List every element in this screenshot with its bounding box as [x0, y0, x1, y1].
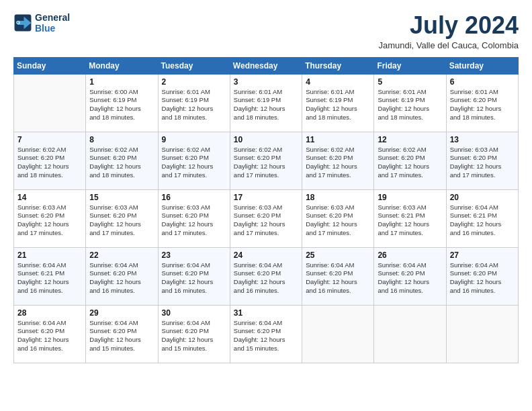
calendar-cell: [374, 305, 446, 363]
day-number: 31: [234, 308, 298, 318]
day-number: 25: [306, 250, 370, 260]
calendar-cell: 24Sunrise: 6:04 AM Sunset: 6:20 PM Dayli…: [230, 247, 302, 305]
calendar-cell: 22Sunrise: 6:04 AM Sunset: 6:20 PM Dayli…: [86, 247, 158, 305]
title-block: July 2024 Jamundi, Valle del Cauca, Colo…: [378, 12, 519, 50]
day-number: 23: [162, 250, 226, 260]
day-number: 3: [234, 77, 298, 87]
day-info: Sunrise: 6:04 AM Sunset: 6:20 PM Dayligh…: [450, 261, 515, 295]
day-number: 26: [378, 250, 442, 260]
day-info: Sunrise: 6:01 AM Sunset: 6:19 PM Dayligh…: [378, 88, 442, 122]
calendar-cell: 1Sunrise: 6:00 AM Sunset: 6:19 PM Daylig…: [86, 74, 158, 132]
calendar-cell: 28Sunrise: 6:04 AM Sunset: 6:20 PM Dayli…: [14, 305, 86, 363]
day-info: Sunrise: 6:04 AM Sunset: 6:21 PM Dayligh…: [17, 261, 82, 295]
calendar-cell: 4Sunrise: 6:01 AM Sunset: 6:19 PM Daylig…: [302, 74, 374, 132]
calendar-cell: 6Sunrise: 6:01 AM Sunset: 6:20 PM Daylig…: [446, 74, 518, 132]
day-info: Sunrise: 6:00 AM Sunset: 6:19 PM Dayligh…: [89, 88, 154, 122]
day-info: Sunrise: 6:04 AM Sunset: 6:20 PM Dayligh…: [378, 261, 442, 295]
day-info: Sunrise: 6:02 AM Sunset: 6:20 PM Dayligh…: [378, 146, 442, 180]
day-number: 19: [378, 193, 442, 202]
calendar-cell: 7Sunrise: 6:02 AM Sunset: 6:20 PM Daylig…: [14, 132, 86, 189]
calendar-day-header: Tuesday: [158, 57, 230, 74]
day-info: Sunrise: 6:02 AM Sunset: 6:20 PM Dayligh…: [89, 146, 154, 180]
day-number: 16: [162, 193, 226, 202]
day-number: 14: [17, 193, 82, 202]
day-number: 30: [162, 308, 226, 318]
day-info: Sunrise: 6:03 AM Sunset: 6:20 PM Dayligh…: [234, 203, 298, 238]
day-info: Sunrise: 6:03 AM Sunset: 6:21 PM Dayligh…: [378, 203, 442, 238]
calendar-day-header: Sunday: [14, 57, 86, 74]
calendar-cell: 16Sunrise: 6:03 AM Sunset: 6:20 PM Dayli…: [158, 189, 230, 247]
calendar-cell: [302, 305, 374, 363]
calendar-week-row: 7Sunrise: 6:02 AM Sunset: 6:20 PM Daylig…: [14, 132, 519, 189]
day-number: 12: [378, 135, 442, 144]
day-number: 15: [89, 193, 154, 202]
day-info: Sunrise: 6:04 AM Sunset: 6:20 PM Dayligh…: [234, 319, 298, 353]
day-number: 13: [450, 135, 515, 144]
calendar-week-row: 28Sunrise: 6:04 AM Sunset: 6:20 PM Dayli…: [14, 305, 519, 363]
day-number: 17: [234, 193, 298, 202]
calendar-cell: 8Sunrise: 6:02 AM Sunset: 6:20 PM Daylig…: [86, 132, 158, 189]
calendar-cell: 29Sunrise: 6:04 AM Sunset: 6:20 PM Dayli…: [86, 305, 158, 363]
day-number: 27: [450, 250, 515, 260]
calendar-week-row: 1Sunrise: 6:00 AM Sunset: 6:19 PM Daylig…: [14, 74, 519, 132]
day-number: 9: [162, 135, 226, 144]
calendar-cell: [446, 305, 518, 363]
month-year: July 2024: [378, 12, 519, 39]
calendar-cell: 12Sunrise: 6:02 AM Sunset: 6:20 PM Dayli…: [374, 132, 446, 189]
calendar-cell: 5Sunrise: 6:01 AM Sunset: 6:19 PM Daylig…: [374, 74, 446, 132]
page: G General Blue July 2024 Jamundi, Valle …: [0, 0, 532, 370]
calendar-cell: 23Sunrise: 6:04 AM Sunset: 6:20 PM Dayli…: [158, 247, 230, 305]
calendar-cell: 25Sunrise: 6:04 AM Sunset: 6:20 PM Dayli…: [302, 247, 374, 305]
svg-text:G: G: [16, 19, 20, 26]
day-number: 18: [306, 193, 370, 202]
day-number: 11: [306, 135, 370, 144]
logo-icon: G: [13, 13, 32, 32]
header: G General Blue July 2024 Jamundi, Valle …: [13, 12, 519, 50]
day-number: 7: [17, 135, 82, 144]
day-info: Sunrise: 6:03 AM Sunset: 6:20 PM Dayligh…: [162, 203, 226, 238]
day-number: 28: [17, 308, 82, 318]
calendar-week-row: 21Sunrise: 6:04 AM Sunset: 6:21 PM Dayli…: [14, 247, 519, 305]
day-number: 29: [89, 308, 154, 318]
day-info: Sunrise: 6:01 AM Sunset: 6:19 PM Dayligh…: [234, 88, 298, 122]
calendar-cell: 2Sunrise: 6:01 AM Sunset: 6:19 PM Daylig…: [158, 74, 230, 132]
day-number: 1: [89, 77, 154, 87]
day-number: 5: [378, 77, 442, 87]
calendar-cell: 14Sunrise: 6:03 AM Sunset: 6:20 PM Dayli…: [14, 189, 86, 247]
calendar-cell: 17Sunrise: 6:03 AM Sunset: 6:20 PM Dayli…: [230, 189, 302, 247]
day-info: Sunrise: 6:03 AM Sunset: 6:20 PM Dayligh…: [306, 203, 370, 238]
calendar-day-header: Wednesday: [230, 57, 302, 74]
day-info: Sunrise: 6:04 AM Sunset: 6:20 PM Dayligh…: [234, 261, 298, 295]
day-info: Sunrise: 6:04 AM Sunset: 6:20 PM Dayligh…: [89, 261, 154, 295]
calendar-cell: 18Sunrise: 6:03 AM Sunset: 6:20 PM Dayli…: [302, 189, 374, 247]
calendar-week-row: 14Sunrise: 6:03 AM Sunset: 6:20 PM Dayli…: [14, 189, 519, 247]
day-number: 4: [306, 77, 370, 87]
day-info: Sunrise: 6:02 AM Sunset: 6:20 PM Dayligh…: [234, 146, 298, 180]
calendar-cell: 10Sunrise: 6:02 AM Sunset: 6:20 PM Dayli…: [230, 132, 302, 189]
day-info: Sunrise: 6:03 AM Sunset: 6:20 PM Dayligh…: [89, 203, 154, 238]
day-info: Sunrise: 6:04 AM Sunset: 6:21 PM Dayligh…: [450, 203, 515, 238]
calendar-cell: 30Sunrise: 6:04 AM Sunset: 6:20 PM Dayli…: [158, 305, 230, 363]
calendar-header-row: SundayMondayTuesdayWednesdayThursdayFrid…: [14, 57, 519, 74]
day-info: Sunrise: 6:01 AM Sunset: 6:19 PM Dayligh…: [162, 88, 226, 122]
calendar-cell: 27Sunrise: 6:04 AM Sunset: 6:20 PM Dayli…: [446, 247, 518, 305]
calendar-cell: 11Sunrise: 6:02 AM Sunset: 6:20 PM Dayli…: [302, 132, 374, 189]
calendar-cell: 15Sunrise: 6:03 AM Sunset: 6:20 PM Dayli…: [86, 189, 158, 247]
day-info: Sunrise: 6:01 AM Sunset: 6:20 PM Dayligh…: [450, 88, 515, 122]
day-number: 8: [89, 135, 154, 144]
day-info: Sunrise: 6:04 AM Sunset: 6:20 PM Dayligh…: [162, 319, 226, 353]
calendar-cell: 9Sunrise: 6:02 AM Sunset: 6:20 PM Daylig…: [158, 132, 230, 189]
calendar-cell: 21Sunrise: 6:04 AM Sunset: 6:21 PM Dayli…: [14, 247, 86, 305]
location: Jamundi, Valle del Cauca, Colombia: [378, 40, 519, 50]
day-info: Sunrise: 6:02 AM Sunset: 6:20 PM Dayligh…: [17, 146, 82, 180]
day-number: 22: [89, 250, 154, 260]
day-info: Sunrise: 6:04 AM Sunset: 6:20 PM Dayligh…: [17, 319, 82, 353]
calendar-day-header: Friday: [374, 57, 446, 74]
calendar-cell: 13Sunrise: 6:03 AM Sunset: 6:20 PM Dayli…: [446, 132, 518, 189]
logo: G General Blue: [13, 12, 70, 34]
day-number: 2: [162, 77, 226, 87]
calendar-day-header: Thursday: [302, 57, 374, 74]
day-info: Sunrise: 6:02 AM Sunset: 6:20 PM Dayligh…: [306, 146, 370, 180]
calendar: SundayMondayTuesdayWednesdayThursdayFrid…: [13, 57, 519, 363]
calendar-day-header: Saturday: [446, 57, 518, 74]
